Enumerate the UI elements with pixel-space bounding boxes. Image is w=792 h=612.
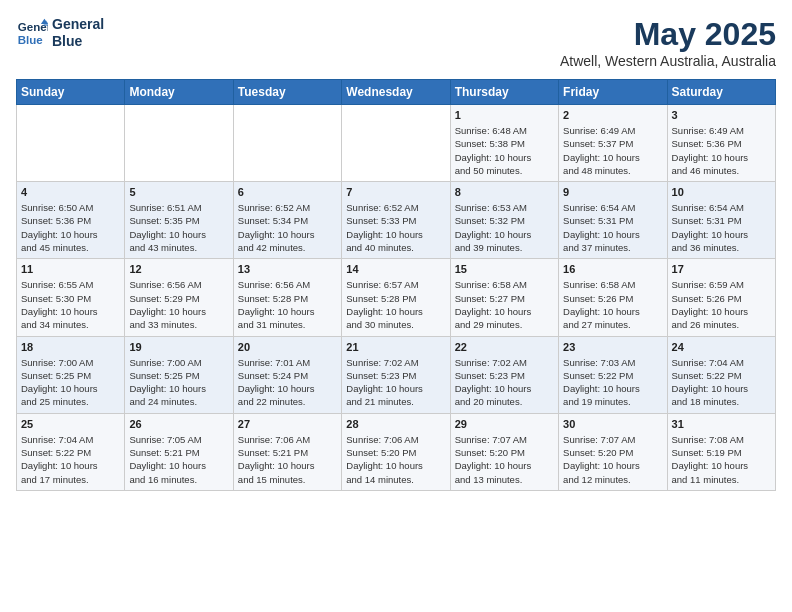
calendar-cell: 8Sunrise: 6:53 AM Sunset: 5:32 PM Daylig…	[450, 182, 558, 259]
calendar-cell: 1Sunrise: 6:48 AM Sunset: 5:38 PM Daylig…	[450, 105, 558, 182]
calendar-cell	[233, 105, 341, 182]
calendar-cell: 30Sunrise: 7:07 AM Sunset: 5:20 PM Dayli…	[559, 413, 667, 490]
day-number: 18	[21, 341, 120, 353]
day-info: Sunrise: 6:50 AM Sunset: 5:36 PM Dayligh…	[21, 201, 120, 254]
day-info: Sunrise: 7:07 AM Sunset: 5:20 PM Dayligh…	[455, 433, 554, 486]
day-number: 19	[129, 341, 228, 353]
calendar-cell: 22Sunrise: 7:02 AM Sunset: 5:23 PM Dayli…	[450, 336, 558, 413]
calendar-cell: 12Sunrise: 6:56 AM Sunset: 5:29 PM Dayli…	[125, 259, 233, 336]
calendar-cell	[125, 105, 233, 182]
calendar-cell: 14Sunrise: 6:57 AM Sunset: 5:28 PM Dayli…	[342, 259, 450, 336]
calendar-cell: 27Sunrise: 7:06 AM Sunset: 5:21 PM Dayli…	[233, 413, 341, 490]
logo-icon: General Blue	[16, 17, 48, 49]
weekday-header-thursday: Thursday	[450, 80, 558, 105]
calendar-week-4: 18Sunrise: 7:00 AM Sunset: 5:25 PM Dayli…	[17, 336, 776, 413]
weekday-header-sunday: Sunday	[17, 80, 125, 105]
calendar-title: May 2025	[560, 16, 776, 53]
weekday-header-monday: Monday	[125, 80, 233, 105]
day-info: Sunrise: 7:02 AM Sunset: 5:23 PM Dayligh…	[346, 356, 445, 409]
day-number: 26	[129, 418, 228, 430]
day-number: 27	[238, 418, 337, 430]
calendar-cell: 15Sunrise: 6:58 AM Sunset: 5:27 PM Dayli…	[450, 259, 558, 336]
day-number: 28	[346, 418, 445, 430]
day-number: 20	[238, 341, 337, 353]
day-number: 12	[129, 263, 228, 275]
day-number: 13	[238, 263, 337, 275]
day-info: Sunrise: 7:07 AM Sunset: 5:20 PM Dayligh…	[563, 433, 662, 486]
day-info: Sunrise: 6:54 AM Sunset: 5:31 PM Dayligh…	[563, 201, 662, 254]
svg-text:Blue: Blue	[18, 33, 44, 45]
day-info: Sunrise: 6:54 AM Sunset: 5:31 PM Dayligh…	[672, 201, 771, 254]
day-info: Sunrise: 7:04 AM Sunset: 5:22 PM Dayligh…	[21, 433, 120, 486]
calendar-cell: 26Sunrise: 7:05 AM Sunset: 5:21 PM Dayli…	[125, 413, 233, 490]
day-info: Sunrise: 7:00 AM Sunset: 5:25 PM Dayligh…	[21, 356, 120, 409]
calendar-cell: 10Sunrise: 6:54 AM Sunset: 5:31 PM Dayli…	[667, 182, 775, 259]
weekday-header-wednesday: Wednesday	[342, 80, 450, 105]
calendar-body: 1Sunrise: 6:48 AM Sunset: 5:38 PM Daylig…	[17, 105, 776, 491]
day-info: Sunrise: 7:05 AM Sunset: 5:21 PM Dayligh…	[129, 433, 228, 486]
day-number: 16	[563, 263, 662, 275]
day-info: Sunrise: 6:51 AM Sunset: 5:35 PM Dayligh…	[129, 201, 228, 254]
day-number: 1	[455, 109, 554, 121]
calendar-cell: 13Sunrise: 6:56 AM Sunset: 5:28 PM Dayli…	[233, 259, 341, 336]
calendar-cell: 16Sunrise: 6:58 AM Sunset: 5:26 PM Dayli…	[559, 259, 667, 336]
day-info: Sunrise: 7:00 AM Sunset: 5:25 PM Dayligh…	[129, 356, 228, 409]
calendar-cell: 2Sunrise: 6:49 AM Sunset: 5:37 PM Daylig…	[559, 105, 667, 182]
calendar-header: SundayMondayTuesdayWednesdayThursdayFrid…	[17, 80, 776, 105]
day-number: 21	[346, 341, 445, 353]
page-header: General Blue General Blue May 2025 Atwel…	[16, 16, 776, 69]
day-info: Sunrise: 7:04 AM Sunset: 5:22 PM Dayligh…	[672, 356, 771, 409]
calendar-cell	[17, 105, 125, 182]
day-number: 29	[455, 418, 554, 430]
day-number: 9	[563, 186, 662, 198]
day-info: Sunrise: 6:48 AM Sunset: 5:38 PM Dayligh…	[455, 124, 554, 177]
day-number: 3	[672, 109, 771, 121]
logo: General Blue General Blue	[16, 16, 104, 50]
day-number: 22	[455, 341, 554, 353]
day-number: 6	[238, 186, 337, 198]
day-info: Sunrise: 6:49 AM Sunset: 5:36 PM Dayligh…	[672, 124, 771, 177]
calendar-cell: 31Sunrise: 7:08 AM Sunset: 5:19 PM Dayli…	[667, 413, 775, 490]
day-number: 24	[672, 341, 771, 353]
day-info: Sunrise: 6:53 AM Sunset: 5:32 PM Dayligh…	[455, 201, 554, 254]
logo-text-general: General	[52, 16, 104, 33]
calendar-week-5: 25Sunrise: 7:04 AM Sunset: 5:22 PM Dayli…	[17, 413, 776, 490]
weekday-header-saturday: Saturday	[667, 80, 775, 105]
day-info: Sunrise: 7:03 AM Sunset: 5:22 PM Dayligh…	[563, 356, 662, 409]
day-info: Sunrise: 6:52 AM Sunset: 5:33 PM Dayligh…	[346, 201, 445, 254]
day-info: Sunrise: 7:08 AM Sunset: 5:19 PM Dayligh…	[672, 433, 771, 486]
day-number: 11	[21, 263, 120, 275]
day-number: 15	[455, 263, 554, 275]
day-info: Sunrise: 6:58 AM Sunset: 5:26 PM Dayligh…	[563, 278, 662, 331]
calendar-cell: 28Sunrise: 7:06 AM Sunset: 5:20 PM Dayli…	[342, 413, 450, 490]
weekday-header-friday: Friday	[559, 80, 667, 105]
calendar-table: SundayMondayTuesdayWednesdayThursdayFrid…	[16, 79, 776, 491]
calendar-cell: 11Sunrise: 6:55 AM Sunset: 5:30 PM Dayli…	[17, 259, 125, 336]
day-number: 17	[672, 263, 771, 275]
weekday-header-tuesday: Tuesday	[233, 80, 341, 105]
day-info: Sunrise: 6:56 AM Sunset: 5:28 PM Dayligh…	[238, 278, 337, 331]
calendar-cell: 24Sunrise: 7:04 AM Sunset: 5:22 PM Dayli…	[667, 336, 775, 413]
calendar-cell: 6Sunrise: 6:52 AM Sunset: 5:34 PM Daylig…	[233, 182, 341, 259]
day-number: 7	[346, 186, 445, 198]
day-number: 23	[563, 341, 662, 353]
day-info: Sunrise: 6:49 AM Sunset: 5:37 PM Dayligh…	[563, 124, 662, 177]
day-info: Sunrise: 6:59 AM Sunset: 5:26 PM Dayligh…	[672, 278, 771, 331]
calendar-cell: 17Sunrise: 6:59 AM Sunset: 5:26 PM Dayli…	[667, 259, 775, 336]
calendar-cell: 3Sunrise: 6:49 AM Sunset: 5:36 PM Daylig…	[667, 105, 775, 182]
calendar-cell: 21Sunrise: 7:02 AM Sunset: 5:23 PM Dayli…	[342, 336, 450, 413]
calendar-cell: 23Sunrise: 7:03 AM Sunset: 5:22 PM Dayli…	[559, 336, 667, 413]
calendar-cell: 29Sunrise: 7:07 AM Sunset: 5:20 PM Dayli…	[450, 413, 558, 490]
calendar-cell	[342, 105, 450, 182]
day-info: Sunrise: 7:06 AM Sunset: 5:20 PM Dayligh…	[346, 433, 445, 486]
calendar-cell: 5Sunrise: 6:51 AM Sunset: 5:35 PM Daylig…	[125, 182, 233, 259]
calendar-cell: 18Sunrise: 7:00 AM Sunset: 5:25 PM Dayli…	[17, 336, 125, 413]
day-info: Sunrise: 6:58 AM Sunset: 5:27 PM Dayligh…	[455, 278, 554, 331]
calendar-subtitle: Atwell, Western Australia, Australia	[560, 53, 776, 69]
day-info: Sunrise: 7:01 AM Sunset: 5:24 PM Dayligh…	[238, 356, 337, 409]
day-number: 10	[672, 186, 771, 198]
day-info: Sunrise: 6:52 AM Sunset: 5:34 PM Dayligh…	[238, 201, 337, 254]
calendar-week-3: 11Sunrise: 6:55 AM Sunset: 5:30 PM Dayli…	[17, 259, 776, 336]
calendar-cell: 19Sunrise: 7:00 AM Sunset: 5:25 PM Dayli…	[125, 336, 233, 413]
day-info: Sunrise: 7:02 AM Sunset: 5:23 PM Dayligh…	[455, 356, 554, 409]
